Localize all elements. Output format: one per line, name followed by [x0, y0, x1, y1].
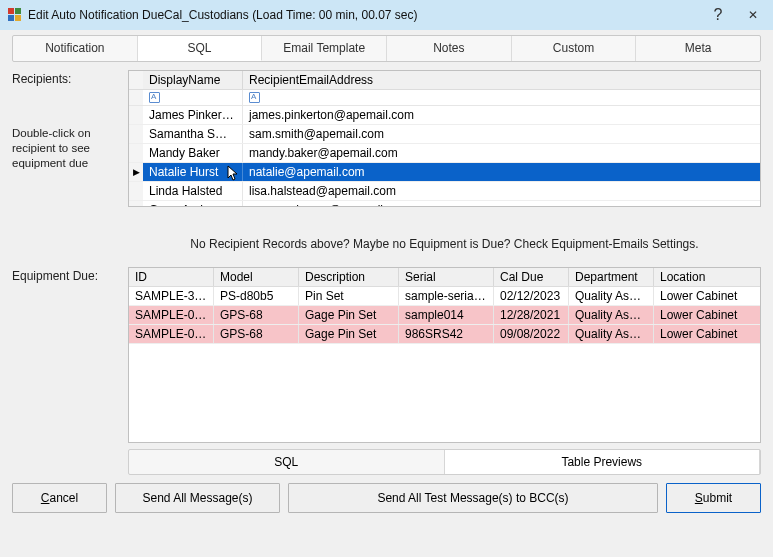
cancel-button[interactable]: Cancel [12, 483, 107, 513]
recipient-name: Mandy Baker [143, 144, 243, 162]
filter-email[interactable] [243, 90, 760, 105]
equipment-caldue: 12/28/2021 [494, 306, 569, 324]
send-test-button[interactable]: Send All Test Message(s) to BCC(s) [288, 483, 658, 513]
recipient-email: lisa.halstead@apemail.com [243, 182, 760, 200]
titlebar: Edit Auto Notification DueCal_Custodians… [0, 0, 773, 30]
footer-buttons: Cancel Send All Message(s) Send All Test… [12, 483, 761, 513]
tab-custom[interactable]: Custom [512, 36, 637, 61]
row-indicator [129, 201, 143, 207]
col-caldue[interactable]: Cal Due [494, 268, 569, 286]
equipment-dept: Quality Assuran… [569, 306, 654, 324]
equipment-loc: Lower Cabinet [654, 306, 760, 324]
equipment-desc: Gage Pin Set [299, 325, 399, 343]
equipment-grid[interactable]: ID Model Description Serial Cal Due Depa… [128, 267, 761, 443]
equipment-loc: Lower Cabinet [654, 287, 760, 305]
recipient-row[interactable]: Samantha Smithsam.smith@apemail.com [129, 125, 760, 144]
filter-name[interactable] [143, 90, 243, 105]
filter-rowindicator [129, 90, 143, 105]
svg-rect-0 [8, 8, 14, 14]
recipient-email: natalie@apemail.com [243, 163, 760, 181]
row-indicator [129, 144, 143, 162]
recipient-name: Gerry Anderson [143, 201, 243, 207]
tab-notes[interactable]: Notes [387, 36, 512, 61]
equipment-desc: Gage Pin Set [299, 306, 399, 324]
col-desc[interactable]: Description [299, 268, 399, 286]
row-indicator: ▶ [129, 163, 143, 181]
col-id[interactable]: ID [129, 268, 214, 286]
window-title: Edit Auto Notification DueCal_Custodians… [28, 8, 703, 22]
tab-sql[interactable]: SQL [138, 36, 263, 61]
equipment-model: GPS-68 [214, 306, 299, 324]
main-tabs: Notification SQL Email Template Notes Cu… [12, 35, 761, 62]
center-hint: No Recipient Records above? Maybe no Equ… [128, 237, 761, 251]
tab-notification[interactable]: Notification [13, 36, 138, 61]
svg-rect-3 [15, 15, 21, 21]
col-model[interactable]: Model [214, 268, 299, 286]
preview-tabs: SQL Table Previews [128, 449, 761, 475]
recipient-name: James Pinkerton [143, 106, 243, 124]
recipient-email: mandy.baker@apemail.com [243, 144, 760, 162]
row-indicator [129, 106, 143, 124]
equipment-serial: sample-serial-306 [399, 287, 494, 305]
recipient-row[interactable]: James Pinkertonjames.pinkerton@apemail.c… [129, 106, 760, 125]
svg-rect-1 [15, 8, 21, 14]
preview-tab-table[interactable]: Table Previews [444, 450, 761, 474]
recipients-hint: Double-click on recipient to see equipme… [12, 126, 124, 171]
tab-email-template[interactable]: Email Template [262, 36, 387, 61]
row-indicator-header [129, 71, 143, 89]
col-email[interactable]: RecipientEmailAddress [243, 71, 760, 89]
equipment-caldue: 02/12/2023 [494, 287, 569, 305]
recipients-label: Recipients: [12, 72, 124, 86]
recipient-name: Natalie Hurst [143, 163, 243, 181]
row-indicator [129, 125, 143, 143]
equipment-id: SAMPLE-014 [129, 306, 214, 324]
recipient-email: gerry.anderson@apemail.com [243, 201, 760, 207]
equipment-id: SAMPLE-009 [129, 325, 214, 343]
recipients-grid[interactable]: DisplayName RecipientEmailAddress James … [128, 70, 761, 207]
recipient-row[interactable]: Linda Halstedlisa.halstead@apemail.com [129, 182, 760, 201]
svg-rect-2 [8, 15, 14, 21]
recipient-name: Samantha Smith [143, 125, 243, 143]
recipient-name: Linda Halsted [143, 182, 243, 200]
tab-meta[interactable]: Meta [636, 36, 760, 61]
row-indicator [129, 182, 143, 200]
equipment-dept: Quality Assuran… [569, 287, 654, 305]
equipment-model: PS-d80b5 [214, 287, 299, 305]
equipment-serial: 986SRS42 [399, 325, 494, 343]
col-serial[interactable]: Serial [399, 268, 494, 286]
preview-tab-sql[interactable]: SQL [129, 450, 444, 474]
recipient-row[interactable]: Gerry Andersongerry.anderson@apemail.com [129, 201, 760, 207]
equipment-serial: sample014 [399, 306, 494, 324]
recipient-email: sam.smith@apemail.com [243, 125, 760, 143]
send-all-button[interactable]: Send All Message(s) [115, 483, 280, 513]
equipment-dept: Quality Assuran… [569, 325, 654, 343]
help-button[interactable]: ? [703, 0, 733, 30]
equipment-desc: Pin Set [299, 287, 399, 305]
app-icon [8, 8, 22, 22]
recipient-email: james.pinkerton@apemail.com [243, 106, 760, 124]
col-displayname[interactable]: DisplayName [143, 71, 243, 89]
equipment-row[interactable]: SAMPLE-009GPS-68Gage Pin Set986SRS4209/0… [129, 325, 760, 344]
filter-icon [249, 92, 260, 103]
recipient-row[interactable]: Mandy Bakermandy.baker@apemail.com [129, 144, 760, 163]
close-button[interactable]: ✕ [733, 0, 773, 30]
equipment-loc: Lower Cabinet [654, 325, 760, 343]
submit-button[interactable]: Submit [666, 483, 761, 513]
equipment-row[interactable]: SAMPLE-014GPS-68Gage Pin Setsample01412/… [129, 306, 760, 325]
equipment-id: SAMPLE-306 [129, 287, 214, 305]
filter-icon [149, 92, 160, 103]
col-dept[interactable]: Department [569, 268, 654, 286]
equipment-caldue: 09/08/2022 [494, 325, 569, 343]
col-loc[interactable]: Location [654, 268, 760, 286]
recipient-row[interactable]: ▶Natalie Hurstnatalie@apemail.com [129, 163, 760, 182]
equipment-model: GPS-68 [214, 325, 299, 343]
equipment-row[interactable]: SAMPLE-306PS-d80b5Pin Setsample-serial-3… [129, 287, 760, 306]
equipment-due-label: Equipment Due: [12, 269, 124, 283]
